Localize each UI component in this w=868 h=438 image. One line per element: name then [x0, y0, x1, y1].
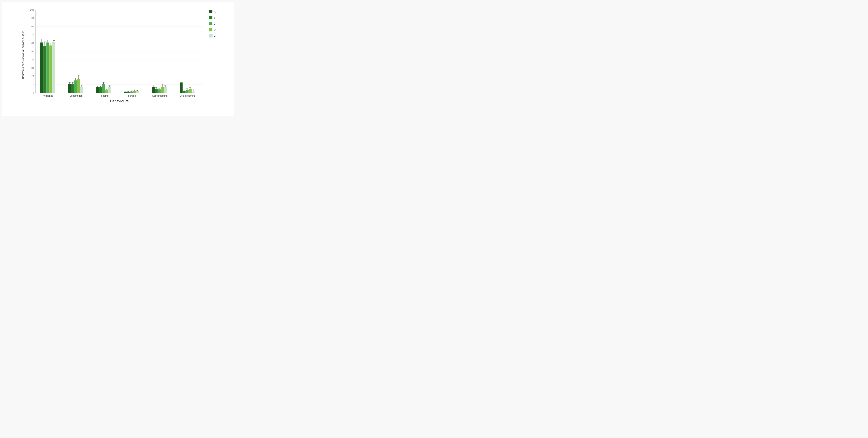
svg-text:70: 70 [31, 33, 34, 36]
svg-rect-104 [180, 82, 182, 93]
svg-text:E: E [214, 34, 215, 37]
svg-rect-65 [105, 90, 108, 93]
svg-text:C: C [214, 22, 216, 25]
svg-rect-46 [74, 80, 77, 93]
svg-text:100: 100 [30, 9, 34, 11]
vigilance-group: Vigilance [40, 39, 55, 97]
svg-rect-107 [183, 91, 186, 93]
svg-rect-43 [71, 84, 74, 93]
x-axis-label: Behaviours [110, 99, 129, 103]
svg-rect-88 [152, 87, 155, 93]
feeding-group: Feeding [96, 82, 111, 97]
svg-text:Allo-grooming: Allo-grooming [180, 95, 195, 97]
svg-rect-56 [96, 87, 99, 93]
svg-rect-122 [209, 16, 212, 19]
svg-text:60: 60 [31, 42, 34, 44]
legend: A B C D E [209, 10, 216, 37]
chart-container: Behaviour as % of overall activity budge… [2, 2, 235, 116]
svg-text:20: 20 [31, 75, 34, 77]
svg-text:A: A [214, 10, 215, 13]
svg-rect-75 [127, 92, 130, 93]
y-axis: 0 10 20 30 40 50 60 70 80 [30, 9, 203, 94]
svg-text:80: 80 [31, 25, 34, 28]
svg-rect-94 [158, 89, 160, 93]
svg-text:Locomotion: Locomotion [70, 95, 83, 97]
svg-text:B: B [214, 16, 215, 19]
self-grooming-group: Self-grooming [152, 84, 167, 97]
svg-rect-124 [209, 22, 212, 25]
svg-rect-97 [161, 87, 164, 93]
svg-rect-72 [124, 92, 127, 93]
svg-rect-62 [102, 84, 105, 93]
svg-rect-27 [43, 46, 46, 93]
svg-rect-40 [68, 84, 71, 93]
svg-rect-120 [209, 10, 212, 13]
svg-rect-52 [80, 87, 83, 93]
svg-text:0: 0 [33, 92, 34, 94]
svg-rect-100 [164, 87, 167, 93]
svg-rect-49 [77, 79, 80, 93]
svg-rect-113 [189, 89, 191, 93]
svg-rect-110 [186, 90, 188, 93]
svg-rect-68 [108, 88, 111, 93]
y-axis-label: Behaviour as % of overall activity budge… [22, 31, 24, 79]
svg-rect-24 [40, 42, 43, 93]
svg-rect-59 [99, 88, 102, 93]
allo-grooming-group: Allo-grooming [180, 79, 195, 97]
svg-rect-116 [192, 92, 195, 93]
svg-rect-91 [155, 89, 158, 93]
svg-text:Self-grooming: Self-grooming [152, 95, 167, 97]
svg-rect-81 [133, 91, 136, 93]
svg-rect-128 [209, 34, 212, 37]
svg-rect-84 [136, 91, 139, 93]
svg-text:Vigilance: Vigilance [43, 95, 53, 97]
locomotion-group: Locomotion [68, 75, 83, 97]
svg-rect-36 [52, 42, 55, 93]
svg-text:90: 90 [31, 17, 34, 19]
svg-text:Forage: Forage [128, 95, 136, 97]
svg-rect-78 [130, 92, 133, 93]
svg-text:10: 10 [31, 83, 34, 86]
svg-rect-33 [50, 45, 52, 93]
svg-text:50: 50 [31, 50, 34, 53]
svg-rect-30 [46, 42, 49, 93]
bar-chart: Behaviour as % of overall activity budge… [18, 6, 230, 104]
svg-text:40: 40 [31, 59, 34, 61]
svg-text:D: D [214, 28, 216, 31]
svg-text:Feeding: Feeding [100, 95, 108, 97]
svg-text:30: 30 [31, 67, 34, 69]
forage-group: Forage [124, 90, 139, 97]
svg-rect-126 [209, 28, 212, 31]
